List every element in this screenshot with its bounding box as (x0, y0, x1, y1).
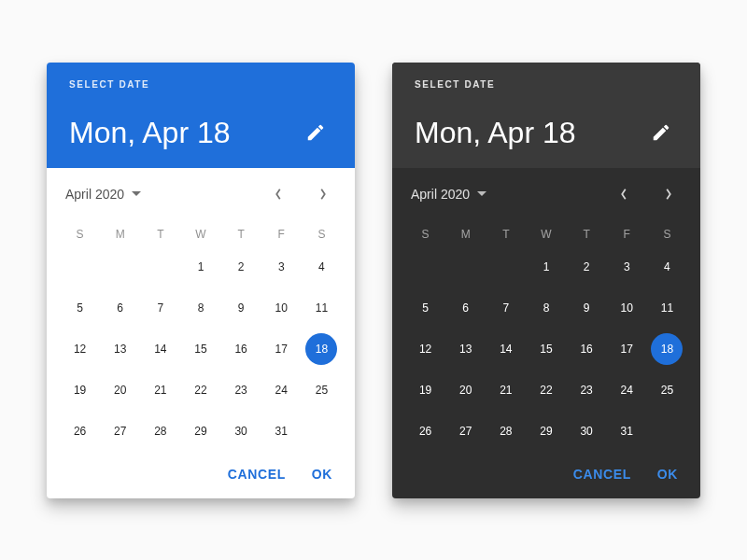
day-cell: 31 (607, 413, 647, 450)
day-button[interactable]: 23 (225, 374, 257, 406)
day-button[interactable]: 4 (305, 251, 337, 283)
day-button[interactable]: 27 (450, 415, 482, 447)
day-button[interactable]: 21 (490, 374, 522, 406)
day-button[interactable]: 11 (305, 292, 337, 324)
day-cell: 11 (647, 289, 687, 327)
day-button[interactable]: 29 (530, 415, 562, 447)
edit-icon[interactable] (299, 116, 332, 149)
month-select-button[interactable]: April 2020 (411, 187, 486, 202)
day-cell: 15 (526, 330, 566, 368)
day-button[interactable]: 19 (410, 374, 442, 406)
ok-button[interactable]: OK (312, 467, 332, 482)
day-button[interactable]: 31 (265, 415, 297, 447)
month-select-button[interactable]: April 2020 (65, 187, 141, 202)
day-button[interactable]: 1 (185, 251, 217, 283)
day-button[interactable]: 30 (225, 415, 257, 447)
day-button[interactable]: 30 (571, 415, 602, 447)
day-button[interactable]: 15 (185, 333, 217, 365)
day-button[interactable]: 8 (185, 292, 217, 324)
day-button[interactable]: 16 (571, 333, 602, 365)
weekday-label: F (261, 220, 302, 248)
headline-row: Mon, Apr 18 (69, 116, 332, 149)
day-cell: 25 (647, 371, 687, 409)
next-month-button[interactable] (310, 181, 336, 207)
day-cell: 1 (180, 248, 220, 286)
day-button[interactable]: 23 (571, 374, 602, 406)
prev-month-button[interactable] (265, 181, 291, 207)
day-button[interactable]: 12 (410, 333, 442, 365)
day-button[interactable]: 22 (185, 374, 217, 406)
day-button[interactable]: 20 (450, 374, 482, 406)
day-cell: 19 (60, 371, 100, 409)
day-button[interactable]: 9 (225, 292, 257, 324)
day-button[interactable]: 13 (105, 333, 136, 365)
prev-month-button[interactable] (611, 181, 637, 207)
day-cell: 26 (60, 413, 100, 450)
day-button[interactable]: 24 (611, 374, 642, 406)
day-button[interactable]: 26 (410, 415, 442, 447)
day-button[interactable]: 14 (145, 333, 176, 365)
day-cell: 23 (567, 371, 607, 409)
day-button[interactable]: 5 (64, 292, 96, 324)
day-button[interactable]: 2 (225, 251, 257, 283)
day-button[interactable]: 16 (225, 333, 257, 365)
day-button[interactable]: 22 (530, 374, 562, 406)
day-button[interactable]: 8 (530, 292, 562, 324)
day-button[interactable]: 31 (611, 415, 642, 447)
day-button[interactable]: 10 (265, 292, 297, 324)
day-button[interactable]: 11 (651, 292, 683, 324)
day-button[interactable]: 14 (490, 333, 522, 365)
day-button[interactable]: 6 (450, 292, 482, 324)
day-button[interactable]: 15 (530, 333, 562, 365)
day-cell: 17 (607, 330, 647, 368)
day-button[interactable]: 17 (265, 333, 297, 365)
day-button[interactable]: 6 (105, 292, 136, 324)
day-button[interactable]: 13 (450, 333, 482, 365)
weekday-label: S (302, 220, 342, 248)
day-cell: 13 (445, 330, 486, 368)
day-cell-empty (100, 248, 140, 286)
selected-date-headline: Mon, Apr 18 (69, 118, 231, 147)
day-cell: 31 (261, 413, 302, 450)
day-cell: 12 (405, 330, 445, 368)
day-button[interactable]: 5 (410, 292, 442, 324)
day-button[interactable]: 3 (611, 251, 642, 283)
day-button[interactable]: 17 (611, 333, 642, 365)
day-button-selected[interactable]: 18 (305, 333, 337, 365)
day-button[interactable]: 28 (490, 415, 522, 447)
day-button[interactable]: 10 (611, 292, 642, 324)
day-button[interactable]: 24 (265, 374, 297, 406)
day-button[interactable]: 4 (651, 251, 683, 283)
day-button[interactable]: 26 (64, 415, 96, 447)
day-button-selected[interactable]: 18 (651, 333, 683, 365)
cancel-button[interactable]: CANCEL (573, 467, 631, 482)
weekday-label: T (567, 220, 607, 248)
day-button[interactable]: 3 (265, 251, 297, 283)
day-button[interactable]: 25 (305, 374, 337, 406)
day-button[interactable]: 19 (64, 374, 96, 406)
day-button[interactable]: 21 (145, 374, 176, 406)
day-button[interactable]: 27 (105, 415, 136, 447)
edit-icon[interactable] (644, 116, 678, 149)
cancel-button[interactable]: CANCEL (228, 467, 286, 482)
day-cell: 20 (100, 371, 140, 409)
day-cell: 18 (647, 330, 687, 368)
day-button[interactable]: 2 (571, 251, 602, 283)
next-month-button[interactable] (655, 181, 682, 207)
day-cell: 24 (261, 371, 302, 409)
day-button[interactable]: 7 (490, 292, 522, 324)
day-button[interactable]: 7 (145, 292, 176, 324)
ok-button[interactable]: OK (657, 467, 678, 482)
day-button[interactable]: 9 (571, 292, 602, 324)
day-cell: 19 (405, 371, 445, 409)
day-button[interactable]: 29 (185, 415, 217, 447)
day-button[interactable]: 12 (64, 333, 96, 365)
day-button[interactable]: 28 (145, 415, 176, 447)
day-cell-empty (405, 248, 445, 286)
weekday-label: M (445, 220, 486, 248)
month-nav-arrows (265, 181, 336, 207)
day-button[interactable]: 20 (105, 374, 136, 406)
day-button[interactable]: 1 (530, 251, 562, 283)
day-button[interactable]: 25 (651, 374, 683, 406)
day-cell: 29 (180, 413, 220, 450)
